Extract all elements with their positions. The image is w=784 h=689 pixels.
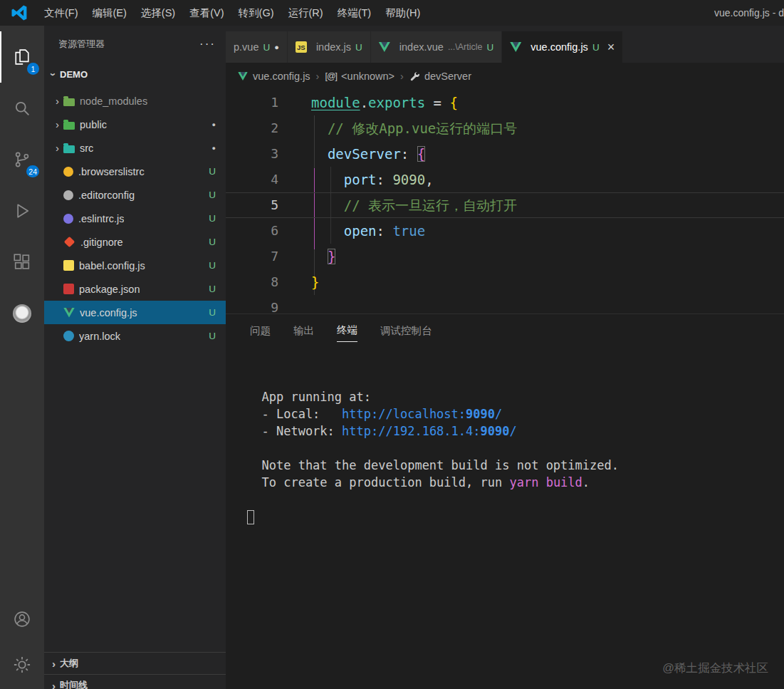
activitybar: 1 24 [0,26,44,689]
eslint-icon [63,214,73,224]
panel-tab-终端[interactable]: 终端 [337,321,357,342]
terminal-link[interactable]: http://localhost: [342,407,466,421]
panel-tab-问题[interactable]: 问题 [250,321,271,342]
breadcrumb-item[interactable]: [@]<unknown> [325,71,394,82]
sidebar-bottom-sections: › 大纲 › 时间线 [44,652,226,689]
tree-item-label: .gitignore [80,237,123,248]
tab-p.vue[interactable]: p.vueU● [226,31,288,63]
chevron-separator-icon: › [316,71,320,82]
code-text: } [311,244,335,269]
tree-file-yarn.lock[interactable]: yarn.lockU [44,324,226,348]
code-token [311,249,328,264]
section-outline[interactable]: › 大纲 [44,652,226,674]
terminal-link[interactable]: http://192.168.1.4: [342,424,480,438]
code-token [311,223,344,239]
code-token: exports [368,95,425,110]
tree-folder-public[interactable]: ›public● [44,113,226,136]
code-editor[interactable]: 1module.exports = {2 // 修改App.vue运行的端口号3… [226,90,784,314]
chevron-right-icon: › [48,658,60,670]
settings-gear-icon[interactable] [0,642,44,688]
modified-dot-icon: ● [208,145,216,152]
git-status-badge: U [204,260,216,271]
terminal-link[interactable]: 9090 [481,424,510,438]
tab-vue.config.js[interactable]: vue.config.jsU× [502,31,623,63]
terminal-text: - Local: [247,407,342,421]
tree-file-.eslintrc.js[interactable]: .eslintrc.jsU [44,207,226,230]
panel-tab-输出[interactable]: 输出 [293,321,314,342]
modified-dot-icon: ● [208,121,216,128]
vue-icon [379,42,390,52]
src-folder-icon [63,145,75,153]
menu-item[interactable]: 查看(V) [182,0,231,26]
tree-file-.editorconfig[interactable]: .editorconfigU [44,183,226,207]
menu-item[interactable]: 帮助(H) [378,0,427,26]
code-token: true [392,223,425,239]
dirty-dot-icon[interactable]: ● [274,43,279,51]
account-icon[interactable] [0,596,44,642]
tree-file-.browserslistrc[interactable]: .browserslistrcU [44,160,226,183]
vue-icon [63,308,75,318]
tree-file-.gitignore[interactable]: .gitignoreU [44,230,226,254]
chevron-right-icon: › [51,118,63,130]
tree-item-label: .editorconfig [78,190,135,201]
terminal[interactable]: App running at: - Local: http://localhos… [226,348,784,689]
line-number: 2 [226,115,278,141]
more-actions-icon[interactable]: ··· [199,37,216,51]
menu-item[interactable]: 运行(R) [281,0,330,26]
terminal-link[interactable]: / [495,407,502,421]
terminal-line [247,440,784,457]
wrench-icon [409,71,420,82]
menu-item[interactable]: 文件(F) [37,0,85,26]
breadcrumb: vue.config.js›[@]<unknown>›devServer [226,63,784,90]
code-token: . [360,95,368,110]
terminal-link[interactable]: / [509,424,516,438]
sidebar-header: 资源管理器 ··· [44,26,226,63]
code-token: : [377,172,393,187]
git-status-badge: U [204,307,216,318]
tree-item-label: package.json [79,284,140,295]
code-token: module [311,95,360,110]
tree-file-vue.config.js[interactable]: vue.config.jsU [44,301,226,324]
code-line: 8} [226,269,784,295]
search-icon[interactable] [0,83,44,134]
section-timeline[interactable]: › 时间线 [44,674,226,689]
terminal-link[interactable]: 9090 [466,407,495,421]
tree-folder-node_modules[interactable]: ›node_modules [44,89,226,113]
source-control-icon[interactable]: 24 [0,134,44,185]
code-token [311,120,328,136]
vue-icon [510,42,521,52]
menu-item[interactable]: 选择(S) [134,0,182,26]
explorer-icon[interactable]: 1 [0,31,44,83]
tab-index.js[interactable]: JSindex.jsU [288,31,371,63]
panel-tab-调试控制台[interactable]: 调试控制台 [380,321,432,342]
menu-item[interactable]: 终端(T) [330,0,379,26]
tree-file-babel.config.js[interactable]: babel.config.jsU [44,254,226,277]
activitybar-top: 1 24 [0,26,44,596]
tab-index.vue[interactable]: index.vue...\ArticleU [371,31,502,63]
section-demo[interactable]: › DEMO [44,63,226,86]
terminal-line: Note that the development build is not o… [247,457,784,474]
code-line: 3 devServer: { [226,141,784,167]
tree-folder-src[interactable]: ›src● [44,136,226,160]
editorconfig-icon [63,190,73,200]
chevron-separator-icon: › [400,71,404,82]
custom-extension-icon[interactable] [0,288,44,339]
breadcrumb-item[interactable]: devServer [409,71,471,82]
yarn-icon [63,331,74,341]
vscode-logo-icon [10,4,28,22]
tab-label: index.js [316,41,351,53]
tab-label: vue.config.js [530,41,588,53]
menu-item[interactable]: 转到(G) [231,0,281,26]
code-text: // 表示一旦运行，自动打开 [311,192,517,218]
extensions-icon[interactable] [0,237,44,288]
close-icon[interactable]: × [607,41,615,53]
code-token [311,172,344,187]
explorer-sidebar: 资源管理器 ··· › DEMO ›node_modules›public●›s… [44,26,226,689]
line-number: 8 [226,269,278,295]
file-tree: ›node_modules›public●›src●.browserslistr… [44,86,226,689]
code-line: 4 port: 9090, [226,167,784,192]
tree-file-package.json[interactable]: package.jsonU [44,277,226,301]
breadcrumb-item[interactable]: vue.config.js [237,71,310,82]
menu-item[interactable]: 编辑(E) [85,0,134,26]
run-debug-icon[interactable] [0,185,44,237]
